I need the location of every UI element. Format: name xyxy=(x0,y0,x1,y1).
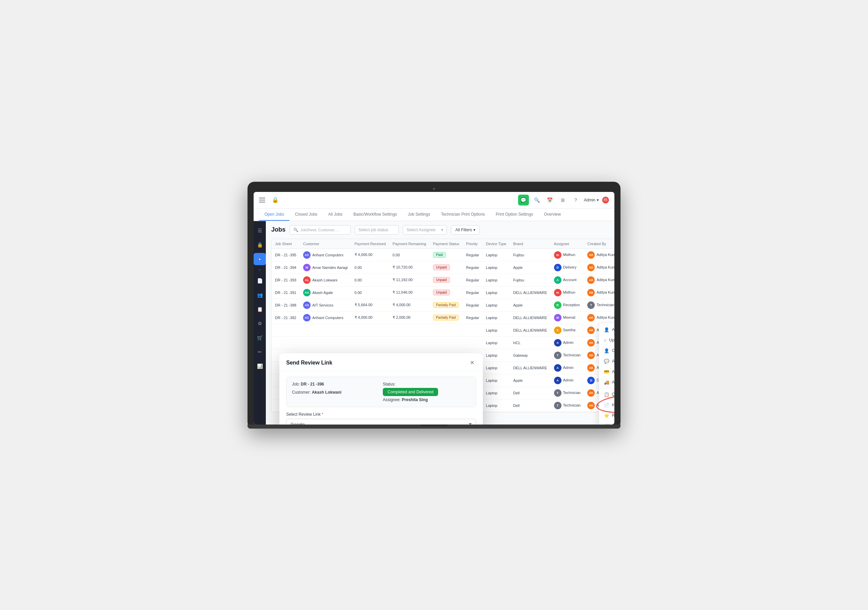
job-info-left: Job: DR - 21 -396 Customer: Akash Lokwan… xyxy=(292,382,380,402)
modal-overlay: Send Review Link ✕ Job: DR - 21 -396 xyxy=(266,221,614,425)
sidebar-item-lock[interactable]: 🔒 xyxy=(254,239,266,251)
help-button[interactable]: ? xyxy=(571,195,580,205)
tab-overview[interactable]: Overview xyxy=(538,208,566,221)
notification-badge[interactable]: 85 xyxy=(602,197,609,203)
content-area: Jobs 🔍 JobSheet, Customer, ... Select jo… xyxy=(266,221,614,425)
status-delivered-badge: Completed and Delivered xyxy=(383,388,438,396)
sidebar-item-docs[interactable]: 📄 xyxy=(254,275,266,287)
tab-open-jobs[interactable]: Open Jobs xyxy=(259,208,290,221)
top-bar: 🔒 💬 🔍 📅 ⊞ ? Admin ▾ 85 xyxy=(254,192,614,208)
camera xyxy=(433,188,435,190)
sidebar-expand[interactable]: › xyxy=(257,267,262,273)
review-link-label: Select Review Link * xyxy=(286,412,476,417)
sidebar-item-clipboard[interactable]: 📋 xyxy=(254,303,266,315)
top-bar-left: 🔒 xyxy=(259,195,279,205)
grid-button[interactable]: ⊞ xyxy=(558,195,567,205)
sidebar-item-reports[interactable]: 📊 xyxy=(254,360,266,372)
chat-button[interactable]: 💬 xyxy=(518,195,529,205)
modal-body: Job: DR - 21 -396 Customer: Akash Lokwan… xyxy=(279,371,483,425)
sidebar-item-menu[interactable]: ☰ xyxy=(254,225,266,237)
tab-technician-print[interactable]: Technician Print Options xyxy=(436,208,490,221)
modal-header: Send Review Link ✕ xyxy=(279,353,483,371)
admin-label: Admin xyxy=(584,198,595,202)
nav-tabs: Open Jobs Closed Jobs All Jobs Basic/Wor… xyxy=(254,208,614,221)
tab-all-jobs[interactable]: All Jobs xyxy=(323,208,348,221)
review-link-group: Select Review Link * Google Facebook Yel… xyxy=(286,412,476,425)
lock-icon: 🔒 xyxy=(272,197,279,203)
sidebar-item-settings[interactable]: ⚙ xyxy=(254,317,266,330)
job-number-label: Job: DR - 21 -396 xyxy=(292,382,380,386)
tab-closed-jobs[interactable]: Closed Jobs xyxy=(290,208,323,221)
send-review-modal: Send Review Link ✕ Job: DR - 21 -396 xyxy=(279,353,483,425)
assignee-info: Assignee: Preshita Sing xyxy=(383,397,470,402)
sidebar-item-users[interactable]: 👥 xyxy=(254,289,266,301)
laptop-base xyxy=(248,425,620,428)
tab-print-option[interactable]: Print Option Settings xyxy=(490,208,538,221)
sidebar-item-cart[interactable]: 🛒 xyxy=(254,332,266,344)
modal-close-button[interactable]: ✕ xyxy=(468,359,476,367)
tab-job-settings[interactable]: Job Settings xyxy=(403,208,436,221)
review-link-select[interactable]: Google Facebook Yelp xyxy=(286,419,476,425)
job-info-card: Job: DR - 21 -396 Customer: Akash Lokwan… xyxy=(286,377,476,407)
modal-title: Send Review Link xyxy=(286,360,332,366)
sidebar-item-tools[interactable]: ✂ xyxy=(254,346,266,358)
sidebar-toggle-button[interactable] xyxy=(259,195,268,205)
tab-basic-workflow[interactable]: Basic/Workflow Settings xyxy=(348,208,403,221)
main-layout: ☰ 🔒 ▪ › 📄 👥 📋 ⚙ 🛒 ✂ 📊 Jobs 🔍 xyxy=(254,221,614,425)
sidebar-item-jobs[interactable]: ▪ xyxy=(254,253,266,265)
admin-badge: Admin ▾ xyxy=(584,198,599,202)
customer-info: Customer: Akash Lokwani xyxy=(292,390,380,395)
top-bar-right: 💬 🔍 📅 ⊞ ? Admin ▾ 85 xyxy=(518,195,609,205)
status-info: Status: xyxy=(383,382,470,386)
calendar-button[interactable]: 📅 xyxy=(545,195,555,205)
sidebar: ☰ 🔒 ▪ › 📄 👥 📋 ⚙ 🛒 ✂ 📊 xyxy=(254,221,266,425)
job-info-right: Status: Completed and Delivered Assignee… xyxy=(383,382,470,402)
laptop-frame: 🔒 💬 🔍 📅 ⊞ ? Admin ▾ 85 Open Jobs Closed … xyxy=(248,182,620,428)
screen: 🔒 💬 🔍 📅 ⊞ ? Admin ▾ 85 Open Jobs Closed … xyxy=(254,192,614,425)
search-button[interactable]: 🔍 xyxy=(532,195,542,205)
